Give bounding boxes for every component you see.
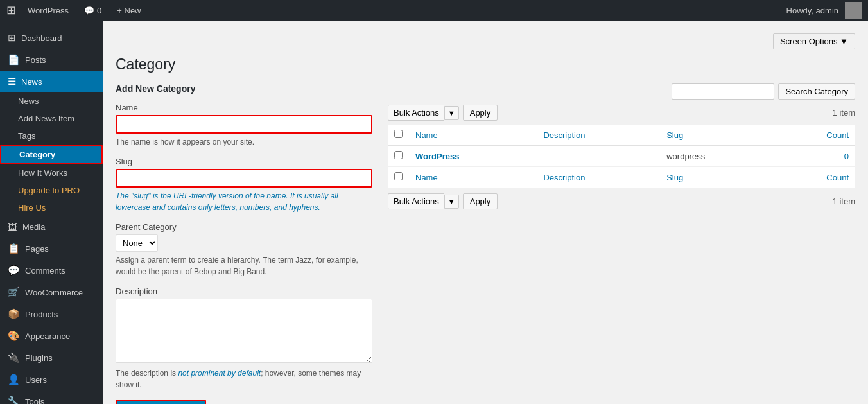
select-all-footer-checkbox[interactable] xyxy=(394,172,403,180)
description-hint: The description is not prominent by defa… xyxy=(116,367,372,391)
apply-bottom-button[interactable]: Apply xyxy=(463,193,498,209)
footer-count: Count xyxy=(776,167,855,188)
comments-link[interactable]: 💬 0 xyxy=(80,6,105,15)
two-column-layout: Add New Category Name The name is how it… xyxy=(116,83,855,404)
sidebar-item-hire-us[interactable]: Hire Us xyxy=(0,199,103,216)
site-name[interactable]: WordPress xyxy=(24,6,73,15)
parent-category-field: Parent Category None Assign a parent ter… xyxy=(116,222,372,277)
header-description: Description xyxy=(537,125,660,146)
wp-logo-icon[interactable]: ⊞ xyxy=(6,3,16,17)
sidebar-label-media: Media xyxy=(22,222,45,232)
row-name-link[interactable]: WordPress xyxy=(415,152,459,161)
admin-bar: ⊞ WordPress 💬 0 + New Howdy, admin xyxy=(0,0,868,21)
users-icon: 👤 xyxy=(8,374,20,385)
sidebar-label-comments: Comments xyxy=(25,266,65,276)
footer-description: Description xyxy=(537,167,660,188)
item-count-top: 1 item xyxy=(833,108,855,118)
sidebar-item-tags[interactable]: Tags xyxy=(0,127,103,145)
bulk-actions-top-caret[interactable]: ▼ xyxy=(444,106,459,120)
sidebar-item-woocommerce[interactable]: 🛒 WooCommerce xyxy=(0,281,103,303)
sort-description-link[interactable]: Description xyxy=(543,130,585,140)
sidebar-item-appearance[interactable]: 🎨 Appearance xyxy=(0,325,103,347)
sidebar-item-users[interactable]: 👤 Users xyxy=(0,369,103,391)
table-footer-row: Name Description Slug Count xyxy=(388,167,855,188)
sort-name-link[interactable]: Name xyxy=(415,130,438,140)
bulk-actions-bottom-button[interactable]: Bulk Actions xyxy=(388,193,444,209)
header-checkbox-col xyxy=(388,125,409,146)
add-category-form: Add New Category Name The name is how it… xyxy=(116,83,372,404)
add-new-category-button[interactable]: Add New Category xyxy=(116,400,206,404)
slug-field: Slug The "slug" is the URL-friendly vers… xyxy=(116,157,372,213)
sidebar-label-woocommerce: WooCommerce xyxy=(25,288,83,297)
name-input[interactable] xyxy=(116,115,372,134)
sort-slug-link[interactable]: Slug xyxy=(666,130,683,140)
sidebar-item-plugins[interactable]: 🔌 Plugins xyxy=(0,347,103,369)
footer-sort-count-link[interactable]: Count xyxy=(826,173,849,182)
slug-hint: The "slug" is the URL-friendly version o… xyxy=(116,190,372,213)
plugins-icon: 🔌 xyxy=(8,352,20,364)
sidebar: ⊞ Dashboard 📄 Posts ☰ News News Add News… xyxy=(0,21,103,404)
sidebar-item-news-main[interactable]: News xyxy=(0,92,103,110)
screen-options-bar: Screen Options ▼ xyxy=(116,33,855,49)
products-icon: 📦 xyxy=(8,308,20,320)
table-top-toolbar: Bulk Actions ▼ Apply 1 item xyxy=(388,105,855,121)
footer-sort-slug-link[interactable]: Slug xyxy=(666,173,683,182)
search-category-button[interactable]: Search Category xyxy=(778,83,855,100)
new-content-link[interactable]: + New xyxy=(113,6,144,15)
sidebar-label-products: Products xyxy=(25,310,58,319)
sidebar-item-comments[interactable]: 💬 Comments xyxy=(0,259,103,281)
sidebar-item-add-news[interactable]: Add News Item xyxy=(0,110,103,127)
row-name-cell: WordPress xyxy=(409,146,537,167)
description-textarea[interactable] xyxy=(116,299,372,363)
select-all-checkbox[interactable] xyxy=(394,130,403,138)
pages-icon: 📋 xyxy=(8,243,20,254)
sidebar-item-products[interactable]: 📦 Products xyxy=(0,303,103,325)
slug-input[interactable] xyxy=(116,169,372,188)
comments-icon: 💬 xyxy=(8,265,20,276)
table-bottom-toolbar: Bulk Actions ▼ Apply 1 item xyxy=(388,193,855,209)
sidebar-item-media[interactable]: 🖼 Media xyxy=(0,216,103,238)
sidebar-label-tools: Tools xyxy=(25,397,44,405)
name-field: Name The name is how it appears on your … xyxy=(116,103,372,148)
news-icon: ☰ xyxy=(8,76,16,87)
dashboard-icon: ⊞ xyxy=(8,32,16,44)
bulk-actions-top: Bulk Actions ▼ xyxy=(388,105,459,121)
screen-options-button[interactable]: Screen Options ▼ xyxy=(773,33,855,49)
header-name: Name xyxy=(409,125,537,146)
name-hint: The name is how it appears on your site. xyxy=(116,136,372,148)
sidebar-label-appearance: Appearance xyxy=(25,331,70,341)
apply-top-button[interactable]: Apply xyxy=(463,105,498,121)
description-label: Description xyxy=(116,286,372,296)
tools-icon: 🔧 xyxy=(8,396,20,404)
sidebar-item-posts[interactable]: 📄 Posts xyxy=(0,49,103,71)
parent-category-label: Parent Category xyxy=(116,222,372,232)
sidebar-label-news: News xyxy=(21,77,42,87)
avatar[interactable] xyxy=(845,2,862,19)
sidebar-item-pages[interactable]: 📋 Pages xyxy=(0,238,103,259)
parent-category-hint: Assign a parent term to create a hierarc… xyxy=(116,254,372,277)
parent-category-select[interactable]: None xyxy=(116,234,158,252)
sidebar-item-dashboard[interactable]: ⊞ Dashboard xyxy=(0,27,103,49)
sidebar-item-tools[interactable]: 🔧 Tools xyxy=(0,391,103,404)
sidebar-item-upgrade-pro[interactable]: Upgrade to PRO xyxy=(0,182,103,199)
row-description-cell: — xyxy=(537,146,660,167)
row-checkbox[interactable] xyxy=(394,151,403,159)
bulk-actions-top-button[interactable]: Bulk Actions xyxy=(388,105,444,121)
table-body: WordPress — wordpress 0 xyxy=(388,146,855,167)
sidebar-item-how-it-works[interactable]: How It Works xyxy=(0,164,103,182)
page-title: Category xyxy=(116,56,855,73)
sidebar-item-category[interactable]: Category xyxy=(0,145,103,164)
footer-sort-description-link[interactable]: Description xyxy=(543,173,585,182)
bulk-actions-bottom-caret[interactable]: ▼ xyxy=(444,195,459,209)
main-content: Screen Options ▼ Category Add New Catego… xyxy=(103,21,868,404)
main-layout: ⊞ Dashboard 📄 Posts ☰ News News Add News… xyxy=(0,21,868,404)
news-submenu: News Add News Item Tags Category How It … xyxy=(0,92,103,216)
sort-count-link[interactable]: Count xyxy=(826,130,849,140)
footer-sort-name-link[interactable]: Name xyxy=(415,173,438,182)
search-category-input[interactable] xyxy=(672,83,774,100)
sidebar-item-news[interactable]: ☰ News xyxy=(0,71,103,92)
bulk-actions-bottom: Bulk Actions ▼ xyxy=(388,193,459,209)
slug-label: Slug xyxy=(116,157,372,166)
category-table: Name Description Slug Count xyxy=(388,125,855,188)
search-row: Search Category xyxy=(388,83,855,100)
